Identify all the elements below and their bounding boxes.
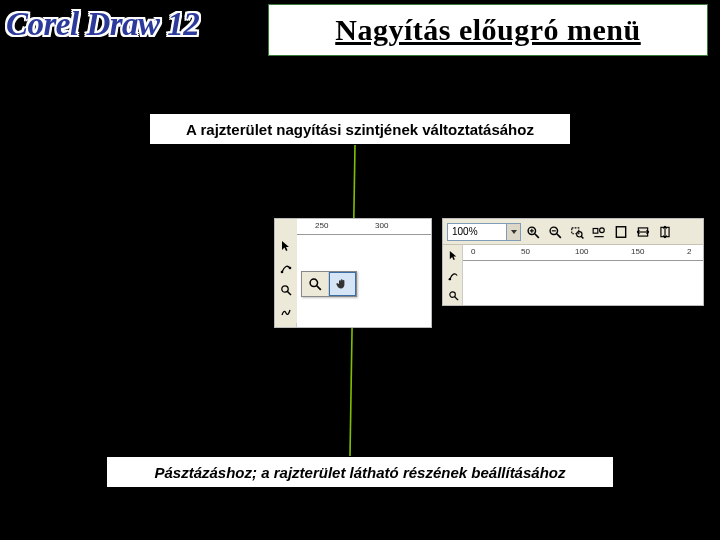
svg-rect-17 [593,228,598,233]
ruler-tick: 150 [631,247,644,256]
svg-line-4 [288,292,292,296]
zoom-all-objects-icon[interactable] [589,222,609,242]
zoom-out-icon[interactable] [545,222,565,242]
zoom-flyout [301,271,357,297]
zoom-selection-icon[interactable] [567,222,587,242]
svg-point-26 [449,291,455,297]
ruler-horizontal: 250 300 [297,219,431,235]
ruler-tick: 2 [687,247,691,256]
svg-line-13 [557,233,561,237]
app-logo: Corel Draw 12 [6,6,199,43]
pick-tool-icon[interactable] [275,235,297,257]
ruler-tick: 250 [315,221,328,230]
flyout-hand-icon[interactable] [329,272,357,296]
svg-point-18 [600,227,605,232]
slide-title-box: Nagyítás előugró menü [268,4,708,56]
svg-line-6 [317,286,321,290]
svg-point-3 [282,286,288,292]
ruler-tick: 50 [521,247,530,256]
toolbox-column [275,235,297,327]
zoom-page-icon[interactable] [611,222,631,242]
svg-line-16 [581,236,583,238]
svg-rect-20 [616,226,625,237]
svg-point-1 [281,271,284,274]
zoom-tool-icon[interactable] [275,279,297,301]
pick-tool-icon[interactable] [443,245,463,265]
freehand-tool-icon[interactable] [275,301,297,323]
caption-top-box: A rajzterület nagyítási szintjének válto… [149,113,571,145]
ruler-tick: 100 [575,247,588,256]
ruler-tick: 300 [375,221,388,230]
caption-bottom-text: Pásztázáshoz; a rajzterület látható rész… [155,464,566,481]
drawing-canvas [463,261,703,305]
svg-point-5 [310,279,317,286]
zoom-toolbar: 100% [443,219,703,245]
svg-point-25 [448,277,450,279]
chevron-down-icon[interactable] [506,224,520,240]
ruler-horizontal: 0 50 100 150 2 [463,245,703,261]
shape-tool-icon[interactable] [443,265,463,285]
toolbox-column [443,245,463,305]
caption-top-text: A rajzterület nagyítási szintjének válto… [186,121,534,138]
zoom-in-icon[interactable] [523,222,543,242]
zoom-level-combo[interactable]: 100% [447,223,521,241]
zoom-page-width-icon[interactable] [633,222,653,242]
flyout-zoom-icon[interactable] [302,272,329,296]
zoom-page-height-icon[interactable] [655,222,675,242]
svg-point-2 [289,267,292,270]
screenshot-zoom-toolbar: 100% 0 50 100 150 2 [442,218,704,306]
ruler-tick: 0 [471,247,475,256]
screenshot-toolbox-flyout: 250 300 [274,218,432,328]
zoom-level-value: 100% [452,226,478,237]
svg-line-27 [454,296,457,299]
slide-title: Nagyítás előugró menü [335,13,641,47]
shape-tool-icon[interactable] [275,257,297,279]
svg-line-10 [535,233,539,237]
caption-bottom-box: Pásztázáshoz; a rajzterület látható rész… [106,456,614,488]
zoom-tool-icon[interactable] [443,285,463,305]
